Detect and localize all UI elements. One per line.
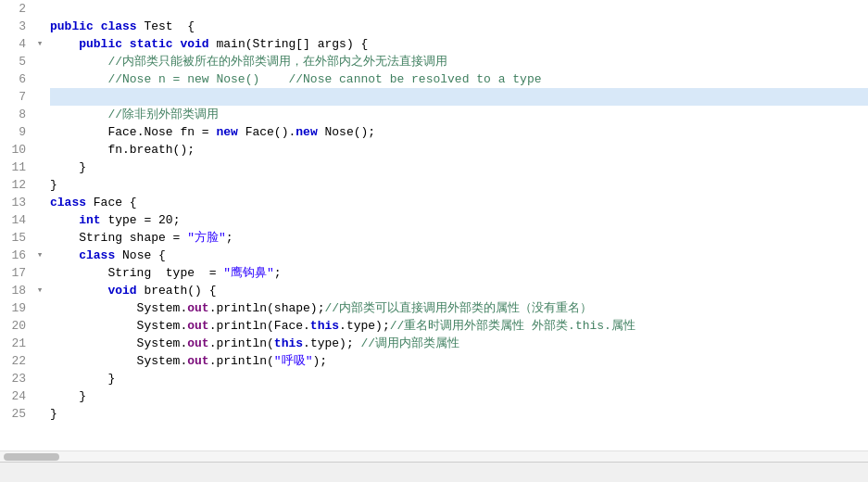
code-line-12: } (50, 176, 868, 194)
fold-11 (33, 159, 46, 176)
ln-7: 7 (4, 88, 26, 106)
code-line-16: class Nose { (50, 247, 868, 264)
code-line-13: class Face { (50, 194, 868, 211)
code-line-23: } (50, 370, 868, 387)
ln-20: 20 (4, 317, 26, 335)
fold-15 (33, 229, 46, 247)
fold-10 (33, 141, 46, 159)
ln-19: 19 (4, 299, 26, 317)
ln-8: 8 (4, 106, 26, 123)
ln-13: 13 (4, 194, 26, 211)
fold-25 (33, 405, 46, 423)
code-line-20: System.out.println(Face.this.type);//重名时… (50, 317, 868, 335)
code-line-24: } (50, 387, 868, 405)
code-line-3: public class Test { (50, 18, 868, 35)
code-line-18: void breath() { (50, 282, 868, 299)
code-line-6: //Nose n = new Nose() //Nose cannot be r… (50, 70, 868, 88)
ln-21: 21 (4, 335, 26, 352)
fold-17 (33, 264, 46, 282)
scrollbar-thumb[interactable] (4, 453, 59, 461)
fold-8 (33, 106, 46, 123)
ln-4: 4 (4, 35, 26, 53)
fold-7 (33, 88, 46, 106)
code-line-17: String type = "鹰钩鼻"; (50, 264, 868, 282)
fold-markers: ▾ ▾ ▾ (33, 0, 46, 450)
ln-2: 2 (4, 0, 26, 18)
fold-9 (33, 123, 46, 141)
fold-21 (33, 335, 46, 352)
fold-18[interactable]: ▾ (33, 282, 46, 299)
code-area: 2 3 4 5 6 7 8 9 10 11 12 13 14 15 16 17 … (0, 0, 868, 462)
fold-16[interactable]: ▾ (33, 247, 46, 264)
editor-container: 2 3 4 5 6 7 8 9 10 11 12 13 14 15 16 17 … (0, 0, 868, 482)
ln-6: 6 (4, 70, 26, 88)
fold-22 (33, 352, 46, 370)
fold-4[interactable]: ▾ (33, 35, 46, 53)
fold-3 (33, 18, 46, 35)
code-line-10: fn.breath(); (50, 141, 868, 159)
ln-5: 5 (4, 53, 26, 70)
ln-16: 16 (4, 247, 26, 264)
code-line-9: Face.Nose fn = new Face().new Nose(); (50, 123, 868, 141)
code-line-4: public static void main(String[] args) { (50, 35, 868, 53)
ln-12: 12 (4, 176, 26, 194)
fold-12 (33, 176, 46, 194)
ln-17: 17 (4, 264, 26, 282)
fold-20 (33, 317, 46, 335)
ln-25: 25 (4, 405, 26, 423)
code-line-11: } (50, 159, 868, 176)
ln-3: 3 (4, 18, 26, 35)
horizontal-scrollbar[interactable] (0, 450, 868, 462)
fold-23 (33, 370, 46, 387)
ln-14: 14 (4, 211, 26, 229)
ln-9: 9 (4, 123, 26, 141)
ln-10: 10 (4, 141, 26, 159)
ln-22: 22 (4, 352, 26, 370)
ln-24: 24 (4, 387, 26, 405)
code-line-15: String shape = "方脸"; (50, 229, 868, 247)
fold-24 (33, 387, 46, 405)
code-line-19: System.out.println(shape);//内部类可以直接调用外部类… (50, 299, 868, 317)
ln-18: 18 (4, 282, 26, 299)
ln-23: 23 (4, 370, 26, 387)
fold-19 (33, 299, 46, 317)
fold-6 (33, 70, 46, 88)
code-line-8: //除非别外部类调用 (50, 106, 868, 123)
code-line-21: System.out.println(this.type); //调用内部类属性 (50, 335, 868, 352)
code-line-5: //内部类只能被所在的外部类调用，在外部内之外无法直接调用 (50, 53, 868, 70)
status-bar (0, 462, 868, 482)
code-line-7 (50, 88, 868, 106)
fold-13 (33, 194, 46, 211)
code-line-14: int type = 20; (50, 211, 868, 229)
code-content: 2 3 4 5 6 7 8 9 10 11 12 13 14 15 16 17 … (0, 0, 868, 450)
ln-15: 15 (4, 229, 26, 247)
fold-5 (33, 53, 46, 70)
ln-11: 11 (4, 159, 26, 176)
code-lines[interactable]: public class Test { public static void m… (46, 0, 868, 450)
code-line-22: System.out.println("呼吸"); (50, 352, 868, 370)
fold-2 (33, 0, 46, 18)
line-numbers: 2 3 4 5 6 7 8 9 10 11 12 13 14 15 16 17 … (0, 0, 33, 450)
code-line-2 (50, 0, 868, 18)
fold-14 (33, 211, 46, 229)
code-line-25: } (50, 405, 868, 423)
